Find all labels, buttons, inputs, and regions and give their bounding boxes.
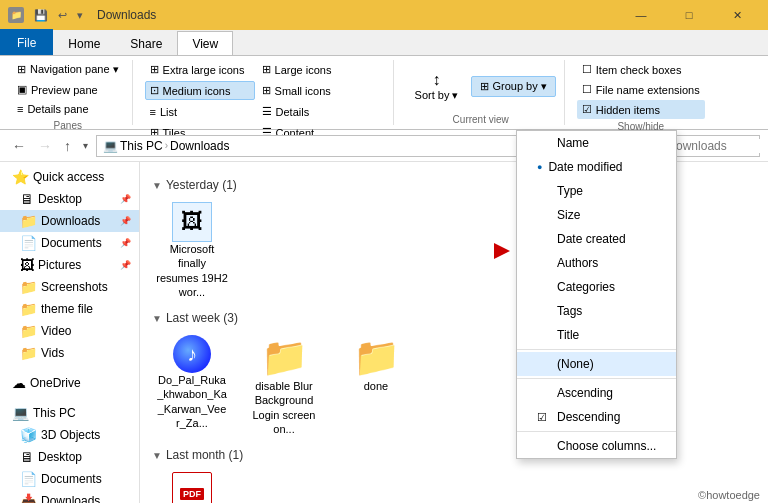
ribbon-tabs: File Home Share View (0, 30, 768, 56)
dropdown-title-label: Title (557, 328, 579, 342)
dropdown-name-label: Name (557, 136, 589, 150)
sidebar-item-documents[interactable]: 📄 Documents 📌 (0, 232, 139, 254)
sidebar-item-onedrive[interactable]: ☁ OneDrive (0, 372, 139, 394)
small-icons-btn[interactable]: ⊞ Small icons (257, 81, 367, 100)
preview-pane-btn[interactable]: ▣ Preview pane (12, 80, 124, 99)
dropdown-descending[interactable]: ☑ Descending (517, 405, 676, 429)
screenshots-icon: 📁 (20, 279, 37, 295)
details-layout-label: Details (276, 106, 310, 118)
quick-save-btn[interactable]: 💾 (30, 5, 52, 26)
item-check-boxes-btn[interactable]: ☐ Item check boxes (577, 60, 705, 79)
sidebar-documents-label: Documents (41, 236, 102, 250)
sidebar-item-theme-file[interactable]: 📁 theme file (0, 298, 139, 320)
file-row-last-month: PDF 2019147366 3 (152, 468, 756, 503)
large-icons-icon: ⊞ (262, 63, 271, 76)
sidebar-item-quick-access[interactable]: ⭐ Quick access (0, 166, 139, 188)
group-by-dropdown: Name ● Date modified Type Size Date crea… (516, 130, 677, 459)
minimize-btn[interactable]: — (618, 0, 664, 30)
file-item-blur[interactable]: 📁 disable Blur Background Login screen o… (244, 331, 324, 440)
file-item-done[interactable]: 📁 done (336, 331, 416, 440)
dropdown-type[interactable]: Type (517, 179, 676, 203)
large-icons-btn[interactable]: ⊞ Large icons (257, 60, 367, 79)
tab-file[interactable]: File (0, 29, 53, 55)
sidebar-item-this-pc[interactable]: 💻 This PC (0, 402, 139, 424)
vids-icon: 📁 (20, 345, 37, 361)
dropdown-authors[interactable]: Authors (517, 251, 676, 275)
sidebar-video-label: Video (41, 324, 71, 338)
dropdown-choose-columns[interactable]: Choose columns... (517, 434, 676, 458)
sidebar-screenshots-label: Screenshots (41, 280, 108, 294)
layout-content: ⊞ Extra large icons ⊞ Large icons ⊡ Medi… (145, 60, 385, 142)
tab-share[interactable]: Share (115, 31, 177, 55)
sidebar-item-video[interactable]: 📁 Video (0, 320, 139, 342)
sidebar-vids-label: Vids (41, 346, 64, 360)
sidebar-item-documents2[interactable]: 📄 Documents (0, 468, 139, 490)
group-by-btn[interactable]: ⊞ Group by ▾ (471, 76, 555, 97)
ribbon-group-panes: ⊞ Navigation pane ▾ ▣ Preview pane ≡ Det… (8, 60, 133, 125)
close-btn[interactable]: ✕ (714, 0, 760, 30)
details-layout-icon: ☰ (262, 105, 272, 118)
sort-by-btn[interactable]: ↕ Sort by ▾ (406, 68, 468, 105)
tab-home[interactable]: Home (53, 31, 115, 55)
sidebar-item-downloads[interactable]: 📁 Downloads 📌 (0, 210, 139, 232)
list-btn[interactable]: ≡ List (145, 103, 255, 121)
pin-icon-downloads: 📌 (120, 216, 131, 226)
dropdown-none[interactable]: (None) (517, 352, 676, 376)
show-hide-btns: ☐ Item check boxes ☐ File name extension… (577, 60, 705, 119)
dropdown-date-modified[interactable]: ● Date modified (517, 155, 676, 179)
sidebar-item-screenshots[interactable]: 📁 Screenshots (0, 276, 139, 298)
medium-icons-btn[interactable]: ⊡ Medium icons (145, 81, 255, 100)
current-view-label: Current view (453, 112, 509, 125)
quick-undo-btn[interactable]: ↩ (54, 5, 71, 26)
navigation-pane-btn[interactable]: ⊞ Navigation pane ▾ (12, 60, 124, 79)
file-name-extensions-btn[interactable]: ☐ File name extensions (577, 80, 705, 99)
status-bar: ©howtoedge (690, 487, 768, 503)
arrow-indicator (494, 243, 510, 259)
quick-dropdown-btn[interactable]: ▾ (73, 5, 87, 26)
details-btn[interactable]: ☰ Details (257, 102, 367, 121)
chevron-last-week: ▼ (152, 313, 162, 324)
sidebar-documents2-label: Documents (41, 472, 102, 486)
dropdown-title[interactable]: Title (517, 323, 676, 347)
dropdown-size[interactable]: Size (517, 203, 676, 227)
up-btn[interactable]: ↑ (60, 134, 75, 158)
sidebar-item-3d-objects[interactable]: 🧊 3D Objects (0, 424, 139, 446)
sidebar-item-pictures[interactable]: 🖼 Pictures 📌 (0, 254, 139, 276)
tab-view[interactable]: View (177, 31, 233, 55)
maximize-btn[interactable]: □ (666, 0, 712, 30)
theme-file-icon: 📁 (20, 301, 37, 317)
documents2-icon: 📄 (20, 471, 37, 487)
dropdown-tags[interactable]: Tags (517, 299, 676, 323)
sidebar-downloads2-label: Downloads (41, 494, 100, 503)
forward-btn[interactable]: → (34, 134, 56, 158)
sidebar-item-vids[interactable]: 📁 Vids (0, 342, 139, 364)
large-icons-label: Large icons (275, 64, 332, 76)
breadcrumb-icon: 💻 (103, 139, 118, 153)
dropdown-date-modified-label: Date modified (548, 160, 622, 174)
sidebar-item-desktop2[interactable]: 🖥 Desktop (0, 446, 139, 468)
dropdown-categories[interactable]: Categories (517, 275, 676, 299)
extra-large-icons-btn[interactable]: ⊞ Extra large icons (145, 60, 255, 79)
back-btn[interactable]: ← (8, 134, 30, 158)
dropdown-size-label: Size (557, 208, 580, 222)
details-pane-btn[interactable]: ≡ Details pane (12, 100, 124, 118)
hidden-items-btn[interactable]: ☑ Hidden items (577, 100, 705, 119)
dropdown-descending-label: Descending (557, 410, 620, 424)
file-item-song[interactable]: ♪ Do_Pal_Ruka_khwabon_Ka_Karwan_Veer_Za.… (152, 331, 232, 440)
window-controls: — □ ✕ (618, 0, 760, 30)
dropdown-tags-label: Tags (557, 304, 582, 318)
dropdown-name[interactable]: Name (517, 131, 676, 155)
window-title: Downloads (97, 8, 156, 22)
3d-icon: 🧊 (20, 427, 37, 443)
sidebar-item-desktop[interactable]: 🖥 Desktop 📌 (0, 188, 139, 210)
news-icon: 🖼 (172, 202, 212, 242)
file-item-pdf[interactable]: PDF 2019147366 3 (152, 468, 232, 503)
desktop2-icon: 🖥 (20, 449, 34, 465)
sidebar-item-downloads2[interactable]: 📥 Downloads (0, 490, 139, 503)
file-item-news[interactable]: 🖼 Microsoft finally resumes 19H2 wor... (152, 198, 232, 303)
dropdown-sep3 (517, 431, 676, 432)
dropdown-ascending[interactable]: Ascending (517, 381, 676, 405)
dropdown-date-created[interactable]: Date created (517, 227, 676, 251)
recent-btn[interactable]: ▾ (79, 136, 92, 155)
file-name-blur: disable Blur Background Login screen on.… (248, 379, 320, 436)
